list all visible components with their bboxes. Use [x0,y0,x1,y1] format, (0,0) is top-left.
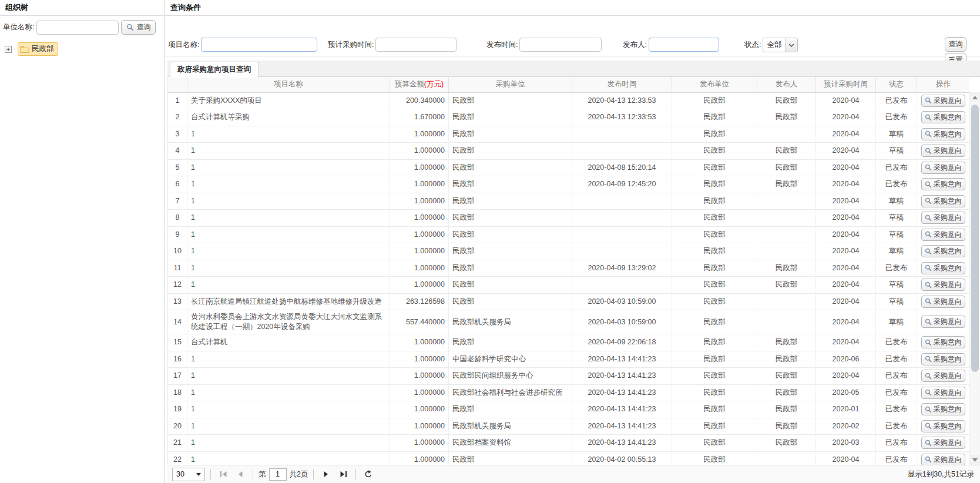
folder-icon [20,45,29,53]
view-intention-button[interactable]: 采购意向 [921,336,965,348]
row-number: 21 [168,435,187,452]
cell-project-name: 1 [187,435,390,452]
view-intention-button[interactable]: 采购意向 [921,128,965,140]
table-row: 10 1 1.000000 民政部 民政部 2020-04 草稿 采购意向 [168,243,970,260]
cell-publisher: 民政部 [757,368,816,385]
cell-publish-unit: 民政部 [672,451,757,465]
publisher-input[interactable] [649,38,719,52]
view-intention-button[interactable]: 采购意向 [921,296,965,308]
view-intention-label: 采购意向 [934,112,962,122]
cell-publish-time: 2020-04-13 12:33:53 [572,109,672,126]
table-header: 项目名称 预算金额(万元) 采购单位 发布时间 发布单位 发布人 预计采购时间 … [168,77,970,92]
publish-time-input[interactable] [519,38,602,52]
status-select[interactable]: 全部 [763,38,798,52]
scroll-down-icon[interactable] [970,455,980,465]
cell-project-name: 1 [187,277,390,294]
cell-budget: 1.000000 [390,334,449,351]
view-intention-button[interactable]: 采购意向 [921,195,965,207]
cell-purchaser: 民政部机关服务局 [449,310,572,334]
view-intention-button[interactable]: 采购意向 [921,262,965,274]
search-icon [925,406,932,413]
cell-publish-time: 2020-04-09 13:29:02 [572,260,672,277]
unit-name-input[interactable] [36,21,119,35]
cell-expected-time: 2020-04 [816,334,876,351]
view-intention-button[interactable]: 采购意向 [921,454,965,465]
row-number: 8 [168,210,187,227]
view-intention-button[interactable]: 采购意向 [921,403,965,415]
first-page-button[interactable] [216,467,230,481]
view-intention-button[interactable]: 采购意向 [921,229,965,241]
page-size-select[interactable]: 30 [172,468,205,481]
view-intention-label: 采购意向 [934,129,962,139]
cell-budget: 263.126598 [390,293,449,310]
cell-expected-time: 2020-04 [816,126,876,143]
org-search-button[interactable]: 查询 [121,20,156,35]
cell-publish-unit: 民政部 [672,143,757,160]
tree-node-civil-affairs[interactable]: 民政部 [5,42,164,56]
cell-purchaser: 民政部 [449,334,572,351]
tab-procurement-intention-query[interactable]: 政府采购意向项目查询 [170,62,259,78]
view-intention-button[interactable]: 采购意向 [921,316,965,328]
chevron-down-icon[interactable] [785,38,797,52]
cell-purchaser: 民政部社会福利与社会进步研究所 [449,384,572,401]
cell-project-name: 1 [187,143,390,160]
cell-publish-unit: 民政部 [672,351,757,368]
view-intention-button[interactable]: 采购意向 [921,245,965,257]
tree-node-selected[interactable]: 民政部 [18,42,58,56]
cell-action: 采购意向 [917,210,970,227]
row-number: 4 [168,143,187,160]
page-number-input[interactable] [269,468,287,481]
view-intention-button[interactable]: 采购意向 [921,162,965,174]
next-page-button[interactable] [319,467,333,481]
expected-time-input[interactable] [375,38,457,52]
view-intention-button[interactable]: 采购意向 [921,178,965,190]
expected-time-label: 预计采购时间: [328,40,374,50]
status-badge: 已发布 [876,368,917,385]
search-icon [925,456,932,463]
scrollbar-thumb[interactable] [971,105,979,372]
view-intention-button[interactable]: 采购意向 [921,353,965,365]
query-search-button[interactable]: 查询 [945,37,966,52]
view-intention-button[interactable]: 采购意向 [921,212,965,224]
project-name-input[interactable] [201,38,317,52]
cell-expected-time: 2020-04 [816,451,876,465]
cell-action: 采购意向 [917,159,970,176]
cell-budget: 1.000000 [390,418,449,435]
vertical-scrollbar[interactable] [969,92,980,465]
view-intention-button[interactable]: 采购意向 [921,420,965,432]
cell-publish-time: 2020-04-13 14:41:23 [572,351,672,368]
cell-publish-time [572,193,672,210]
table-row: 1 关于采购XXXX的项目 200.340000 民政部 2020-04-13 … [168,92,970,109]
cell-action: 采购意向 [917,435,970,452]
view-intention-label: 采购意向 [934,280,962,290]
publish-time-field: 发布时间: [486,38,602,52]
view-intention-button[interactable]: 采购意向 [921,145,965,157]
cell-expected-time: 2020-01 [816,401,876,418]
prev-page-button[interactable] [233,467,247,481]
row-number: 14 [168,310,187,334]
table-row: 19 1 1.000000 民政部 2020-04-13 14:41:23 民政… [168,401,970,418]
refresh-button[interactable] [361,467,375,481]
view-intention-button[interactable]: 采购意向 [921,111,965,123]
scroll-up-icon[interactable] [970,92,980,102]
view-intention-button[interactable]: 采购意向 [921,387,965,399]
last-page-button[interactable] [336,467,350,481]
view-intention-button[interactable]: 采购意向 [921,370,965,382]
cell-publish-unit: 民政部 [672,384,757,401]
table-row: 5 1 1.000000 民政部 2020-04-08 15:20:14 民政部… [168,159,970,176]
cell-publish-unit: 民政部 [672,368,757,385]
cell-project-name: 1 [187,418,390,435]
tab-label: 政府采购意向项目查询 [177,65,251,73]
search-icon [925,164,932,171]
view-intention-button[interactable]: 采购意向 [921,95,965,107]
budget-unit-label: (万元) [424,80,444,88]
table-row: 17 1 1.000000 民政部民间组织服务中心 2020-04-13 14:… [168,368,970,385]
view-intention-label: 采购意向 [934,421,962,431]
expand-plus-icon[interactable] [5,46,12,53]
view-intention-button[interactable]: 采购意向 [921,279,965,291]
view-intention-button[interactable]: 采购意向 [921,437,965,449]
cell-purchaser: 民政部档案资料馆 [449,435,572,452]
cell-publisher [757,226,816,243]
query-conditions-title: 查询条件 [165,0,980,16]
status-badge: 草稿 [876,293,917,310]
